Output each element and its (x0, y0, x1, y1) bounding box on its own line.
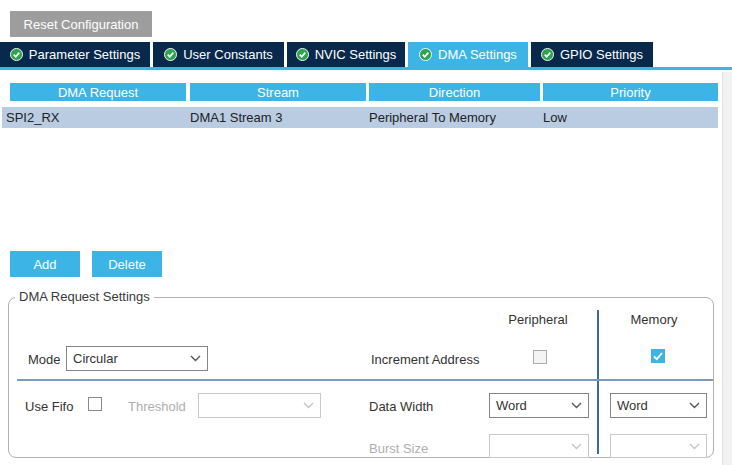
peripheral-memory-separator (597, 310, 599, 454)
chevron-down-icon (689, 443, 700, 450)
column-header-direction[interactable]: Direction (369, 83, 540, 101)
tab-label: GPIO Settings (560, 47, 643, 62)
chevron-down-icon (190, 355, 201, 362)
chevron-down-icon (571, 443, 582, 450)
tab-label: NVIC Settings (315, 47, 397, 62)
mode-label: Mode (28, 352, 61, 367)
tab-dma-settings[interactable]: DMA Settings (408, 42, 528, 67)
column-header-priority[interactable]: Priority (543, 83, 718, 101)
checkmark-icon (653, 352, 663, 361)
increment-address-memory-checkbox[interactable] (651, 349, 665, 363)
mode-select[interactable]: Circular (66, 346, 208, 371)
cell-dma-request: SPI2_RX (6, 107, 188, 128)
peripheral-column-header: Peripheral (478, 312, 598, 327)
column-header-dma-request[interactable]: DMA Request (10, 83, 186, 101)
tab-nvic-settings[interactable]: NVIC Settings (287, 42, 405, 67)
section-divider (17, 379, 713, 381)
chevron-down-icon (571, 402, 582, 409)
increment-address-label: Increment Address (371, 352, 479, 367)
use-fifo-label: Use Fifo (25, 399, 73, 414)
tab-label: User Constants (183, 47, 273, 62)
tab-label: DMA Settings (438, 47, 517, 62)
check-circle-icon (541, 48, 554, 61)
data-width-memory-select[interactable]: Word (610, 393, 707, 418)
check-circle-icon (419, 48, 432, 61)
check-circle-icon (164, 48, 177, 61)
mode-value: Circular (73, 351, 190, 366)
reset-configuration-button[interactable]: Reset Configuration (10, 11, 152, 37)
tab-label: Parameter Settings (29, 47, 140, 62)
data-width-peripheral-select[interactable]: Word (489, 393, 589, 418)
data-width-peripheral-value: Word (496, 398, 571, 413)
threshold-select (198, 393, 321, 418)
tab-gpio-settings[interactable]: GPIO Settings (531, 42, 653, 67)
group-title: DMA Request Settings (15, 289, 154, 304)
chevron-down-icon (303, 402, 314, 409)
check-circle-icon (296, 48, 309, 61)
burst-size-memory-select (610, 434, 707, 458)
delete-button[interactable]: Delete (92, 251, 162, 277)
data-width-label: Data Width (369, 399, 433, 414)
dma-settings-panel: Reset Configuration Parameter Settings U… (0, 0, 732, 465)
burst-size-peripheral-select (489, 434, 589, 458)
settings-tabbar: Parameter Settings User Constants NVIC S… (0, 42, 653, 67)
tab-user-constants[interactable]: User Constants (153, 42, 284, 67)
use-fifo-checkbox[interactable] (88, 397, 102, 411)
table-row[interactable]: SPI2_RX DMA1 Stream 3 Peripheral To Memo… (2, 107, 718, 128)
threshold-label: Threshold (128, 399, 186, 414)
burst-size-label: Burst Size (369, 441, 428, 456)
increment-address-peripheral-checkbox[interactable] (533, 350, 547, 364)
chevron-down-icon (689, 402, 700, 409)
cell-priority: Low (543, 107, 713, 128)
cell-direction: Peripheral To Memory (369, 107, 541, 128)
column-header-stream[interactable]: Stream (190, 83, 366, 101)
check-circle-icon (10, 48, 23, 61)
dma-request-settings-group: DMA Request Settings Peripheral Memory M… (8, 297, 714, 458)
active-tab-underline (0, 67, 732, 70)
vertical-scrollbar[interactable] (722, 72, 732, 465)
data-width-memory-value: Word (617, 398, 689, 413)
tab-parameter-settings[interactable]: Parameter Settings (0, 42, 150, 67)
memory-column-header: Memory (608, 312, 700, 327)
cell-stream: DMA1 Stream 3 (190, 107, 366, 128)
add-button[interactable]: Add (10, 251, 80, 277)
